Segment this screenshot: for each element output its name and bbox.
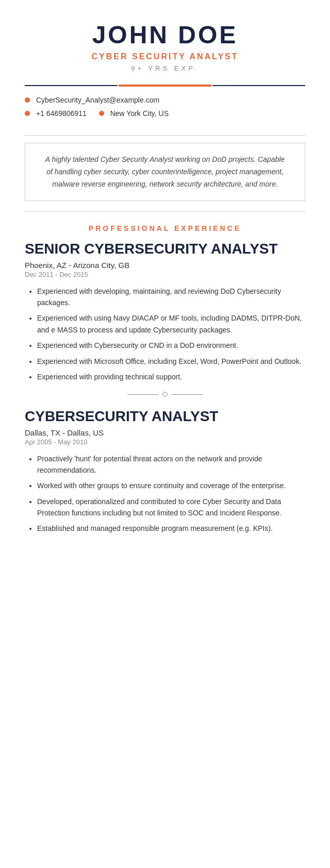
job-entry-1: SENIOR CYBERSECURITY ANALYST Phoenix, AZ…	[25, 241, 305, 382]
sep-line-left	[127, 394, 158, 395]
sep-line-right	[172, 394, 203, 395]
email-text: CyberSecurity_Analyst@example.com	[36, 96, 159, 104]
divider-line-left	[25, 85, 118, 86]
contact-email: CyberSecurity_Analyst@example.com	[25, 96, 305, 104]
job-separator	[25, 392, 305, 397]
bullet-2-3: Developed, operationalized and contribut…	[37, 496, 305, 519]
divider-top	[25, 135, 305, 136]
email-dot	[25, 97, 30, 103]
job-location-2: Dallas, TX - Dallas, US	[25, 428, 305, 437]
candidate-name: JOHN DOE	[25, 21, 305, 49]
bullet-2-1: Proactively 'hunt' for potential threat …	[37, 453, 305, 476]
candidate-experience: 9+ YRS EXP.	[25, 64, 305, 72]
contact-location: New York City, US	[99, 109, 169, 118]
job-title-2: CYBERSECURITY ANALYST	[25, 408, 305, 425]
job-dates-1: Dec 2011 - Dec 2015	[25, 271, 305, 278]
header-section: JOHN DOE CYBER SECURITY ANALYST 9+ YRS E…	[25, 21, 305, 85]
location-dot	[99, 111, 104, 116]
bullet-2-4: Established and managed responsible prog…	[37, 523, 305, 534]
accent-divider	[25, 85, 305, 87]
job-bullets-1: Experienced with developing, maintaining…	[25, 286, 305, 383]
phone-dot	[25, 111, 30, 116]
summary-text: A highly talented Cyber Security Analyst…	[42, 154, 288, 190]
job-location-1: Phoenix, AZ - Arizona City, GB	[25, 261, 305, 270]
summary-box: A highly talented Cyber Security Analyst…	[25, 143, 305, 201]
job-dates-2: Apr 2005 - May 2010	[25, 438, 305, 446]
bullet-2-2: Worked with other groups to ensure conti…	[37, 480, 305, 491]
job-title-1: SENIOR CYBERSECURITY ANALYST	[25, 241, 305, 257]
bullet-1-4: Experienced with Microsoft Office, inclu…	[37, 356, 305, 367]
experience-heading: PROFESSIONAL EXPERIENCE	[25, 224, 305, 232]
bullet-1-1: Experienced with developing, maintaining…	[37, 286, 305, 309]
job-entry-2: CYBERSECURITY ANALYST Dallas, TX - Dalla…	[25, 408, 305, 535]
contact-section: CyberSecurity_Analyst@example.com +1 646…	[25, 96, 305, 128]
resume-page: JOHN DOE CYBER SECURITY ANALYST 9+ YRS E…	[0, 0, 330, 575]
bullet-1-3: Experienced with Cybersecurity or CND in…	[37, 340, 305, 351]
contact-row: +1 6469806911 New York City, US	[25, 109, 305, 118]
divider-line-right	[212, 85, 305, 86]
divider-summary-bottom	[25, 211, 305, 212]
sep-circle	[162, 392, 168, 397]
bullet-1-2: Experienced with using Navy DIACAP or MF…	[37, 312, 305, 336]
divider-accent-bar	[119, 85, 211, 87]
contact-phone: +1 6469806911	[25, 109, 87, 118]
bullet-1-5: Experienced with providing technical sup…	[37, 371, 305, 382]
location-text: New York City, US	[110, 109, 169, 118]
candidate-title: CYBER SECURITY ANALYST	[25, 52, 305, 61]
phone-text: +1 6469806911	[36, 109, 87, 118]
job-bullets-2: Proactively 'hunt' for potential threat …	[25, 453, 305, 535]
